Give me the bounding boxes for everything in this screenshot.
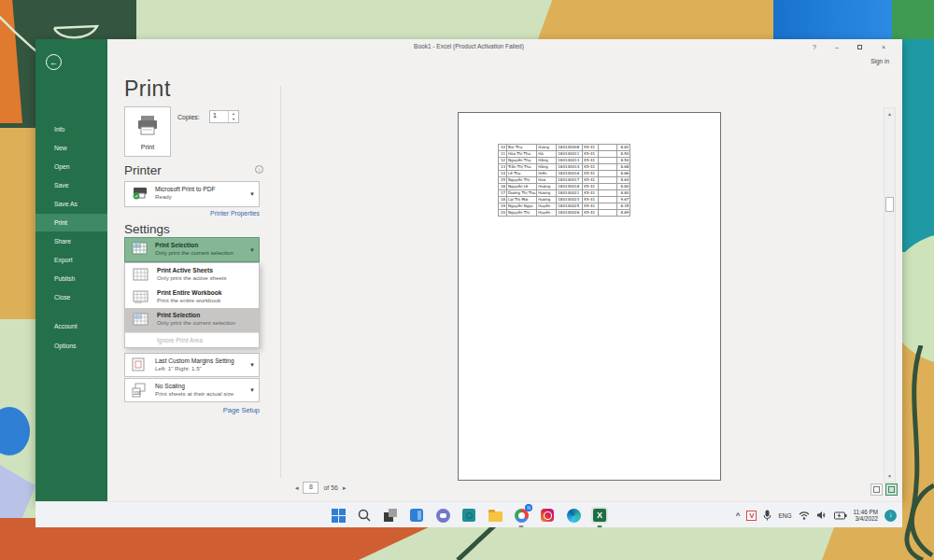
chrome-button[interactable]: N <box>513 507 530 524</box>
task-view-button[interactable] <box>382 507 399 524</box>
chevron-down-icon: ▼ <box>249 247 255 253</box>
printer-properties-link[interactable]: Printer Properties <box>124 210 260 217</box>
instagram-button[interactable] <box>539 507 556 524</box>
sidebar-item-print[interactable]: Print <box>35 214 107 231</box>
sheet-selection-icon <box>133 313 149 326</box>
sidebar-item-export[interactable]: Export <box>35 251 107 269</box>
wallpaper-green-corner <box>892 0 934 45</box>
edge-icon <box>567 509 581 523</box>
camera-app-button[interactable] <box>460 507 477 524</box>
taskbar: N X ^ V ENG 11:46 PM 3/4/2022 ↓ <box>35 501 902 527</box>
scaling-dropdown[interactable]: 100 No Scaling Print sheets at their act… <box>124 378 260 402</box>
back-button[interactable]: ← <box>46 54 62 70</box>
table-row: 16Nguyễn LêHoàng180140018K5-418.80 <box>499 184 630 190</box>
print-button-label: Print <box>125 144 170 150</box>
widgets-button[interactable] <box>408 507 425 524</box>
sidebar-item-publish[interactable]: Publish <box>35 270 107 287</box>
chrome-notification-badge: N <box>525 504 532 511</box>
date-label: 3/4/2022 <box>854 515 879 523</box>
sidebar-item-share[interactable]: Share <box>35 232 107 250</box>
table-row: 19Nguyễn NgọcHuyền180140025K5-418.35 <box>499 203 630 210</box>
show-margins-button[interactable] <box>870 483 883 496</box>
preview-table-body: 10Bùi ThuGiang180140008K5-418.8211Hòa Th… <box>499 145 630 217</box>
sheet-selection-icon <box>132 242 148 255</box>
option-print-selection[interactable]: Print Selection Only print the current s… <box>125 308 259 332</box>
restore-button[interactable] <box>852 41 867 53</box>
chevron-down-icon: ▼ <box>249 387 255 393</box>
current-page-input[interactable]: 8 <box>303 482 318 494</box>
system-tray: ^ V ENG 11:46 PM 3/4/2022 ↓ <box>736 502 897 528</box>
window-title: Book1 - Excel (Product Activation Failed… <box>35 43 902 49</box>
sidebar-item-account[interactable]: Account <box>35 317 107 335</box>
option-print-entire-workbook[interactable]: Print Entire Workbook Print the entire w… <box>125 286 259 308</box>
option-print-active-sheets[interactable]: Print Active Sheets Only print the activ… <box>125 263 259 286</box>
wifi-icon[interactable] <box>799 511 810 520</box>
scrollbar-thumb[interactable] <box>885 197 894 212</box>
zoom-to-page-button[interactable] <box>885 483 898 496</box>
backstage-sidebar: ← Info New Open Save Save As Print Share… <box>35 39 107 501</box>
sidebar-item-open[interactable]: Open <box>35 158 107 175</box>
minimize-button[interactable]: – <box>829 41 844 53</box>
sign-in-link[interactable]: Sign in <box>870 58 889 64</box>
table-row: 14Lê ThuHiền180140016K5-418.66 <box>499 171 630 177</box>
table-row: 17Dương Thị ThuHương180140021K5-418.80 <box>499 190 630 197</box>
desktop: Book1 - Excel (Product Activation Failed… <box>0 0 934 560</box>
svg-text:100: 100 <box>134 391 141 396</box>
help-button[interactable]: ? <box>807 41 822 53</box>
chevron-down-icon: ▼ <box>249 362 255 368</box>
preview-scrollbar[interactable]: ▲ ▼ <box>884 107 896 483</box>
notification-badge[interactable]: ↓ <box>884 510 897 522</box>
copies-stepper[interactable]: ▴▾ <box>228 111 238 122</box>
scaling-title: No Scaling <box>155 383 255 390</box>
wallpaper-gold-left <box>0 128 35 319</box>
scroll-up-arrow[interactable]: ▲ <box>884 108 895 119</box>
print-what-dropdown[interactable]: Print Selection Only print the current s… <box>124 237 260 262</box>
selected-setting-subtitle: Only print the current selection <box>155 249 255 257</box>
close-button[interactable]: × <box>876 41 891 53</box>
option-subtitle: Only print the current selection <box>157 319 255 327</box>
camera-app-icon <box>462 509 475 522</box>
settings-heading: Settings <box>124 222 170 236</box>
sidebar-item-info[interactable]: Info <box>35 120 107 138</box>
print-what-dropdown-list: Print Active Sheets Only print the activ… <box>124 262 260 348</box>
info-icon[interactable]: i <box>255 165 263 174</box>
volume-icon[interactable] <box>816 511 828 520</box>
search-button[interactable] <box>356 507 373 524</box>
sidebar-item-save[interactable]: Save <box>35 176 107 194</box>
sidebar-item-close[interactable]: Close <box>35 288 107 306</box>
excel-taskbar-button[interactable]: X <box>591 507 608 524</box>
time-label: 11:46 PM <box>854 509 879 516</box>
sidebar-item-options[interactable]: Options <box>35 337 107 355</box>
pane-divider <box>280 86 281 478</box>
page-title: Print <box>124 77 171 102</box>
ignore-print-area-option[interactable]: Ignore Print Area <box>125 332 259 347</box>
teams-chat-button[interactable] <box>434 507 451 524</box>
print-button[interactable]: Print <box>124 106 171 157</box>
edge-button[interactable] <box>565 507 582 524</box>
page-navigation: ◂ 8 of 56 ▸ <box>295 482 346 495</box>
tray-chevron-up-icon[interactable]: ^ <box>736 511 741 520</box>
page-setup-link[interactable]: Page Setup <box>124 406 260 414</box>
sidebar-item-save-as[interactable]: Save As <box>35 195 107 213</box>
battery-icon[interactable] <box>834 511 847 520</box>
sidebar-item-new[interactable]: New <box>35 139 107 157</box>
microphone-icon[interactable] <box>763 510 771 521</box>
selected-setting-title: Print Selection <box>155 242 255 249</box>
scroll-down-arrow[interactable]: ▼ <box>884 470 895 482</box>
margins-dropdown[interactable]: Last Custom Margins Setting Left: 1" Rig… <box>124 353 260 377</box>
printer-dropdown[interactable]: Microsoft Print to PDF Ready ▼ <box>124 181 260 207</box>
task-view-icon <box>384 509 397 522</box>
scaling-subtitle: Print sheets at their actual size <box>155 390 255 398</box>
tray-clock[interactable]: 11:46 PM 3/4/2022 <box>854 509 879 523</box>
file-explorer-button[interactable] <box>487 507 503 524</box>
workbook-icon <box>133 290 149 303</box>
wallpaper-gold-top <box>538 0 775 39</box>
red-v-app-icon[interactable]: V <box>746 511 757 521</box>
language-label[interactable]: ENG <box>778 512 791 519</box>
next-page-button[interactable]: ▸ <box>343 484 347 492</box>
previous-page-button[interactable]: ◂ <box>295 484 299 492</box>
table-row: 18Lại Thị MaiHương180140023K5-419.67 <box>499 197 630 203</box>
table-row: 10Bùi ThuGiang180140008K5-418.82 <box>499 145 630 151</box>
copies-label: Copies: <box>177 114 200 120</box>
start-button[interactable] <box>330 507 347 524</box>
